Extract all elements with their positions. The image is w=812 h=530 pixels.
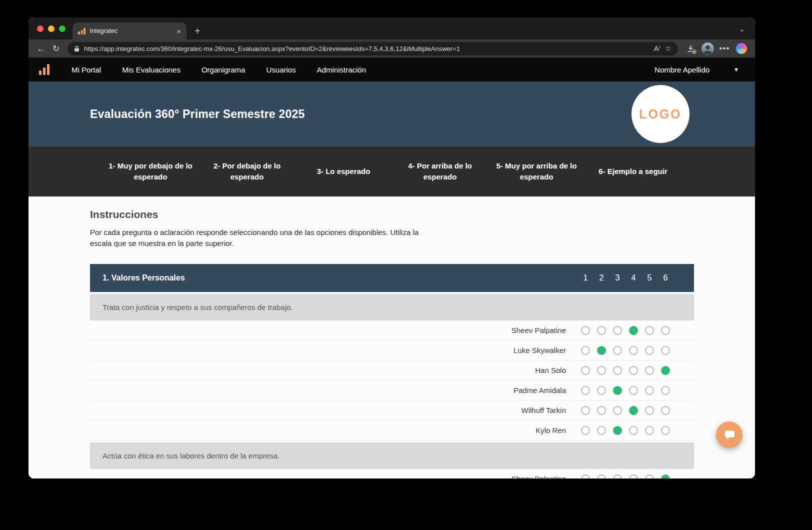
radio-cell xyxy=(658,386,674,395)
radio-sheev-palpatine-3[interactable] xyxy=(613,326,622,335)
app-logo-icon xyxy=(39,64,50,75)
radio-luke-skywalker-6[interactable] xyxy=(661,346,670,355)
radio-cell xyxy=(610,474,626,479)
more-menu-button[interactable]: ••• xyxy=(716,44,733,54)
radio-cell xyxy=(642,386,658,395)
radio-kylo-ren-6[interactable] xyxy=(661,426,670,435)
instructions-title: Instrucciones xyxy=(90,208,694,220)
copilot-button[interactable] xyxy=(733,43,750,54)
radio-luke-skywalker-2[interactable] xyxy=(597,346,606,355)
radio-padme-amidala-3[interactable] xyxy=(613,386,622,395)
radio-han-solo-3[interactable] xyxy=(613,366,622,375)
radio-sheev-palpatine-2[interactable] xyxy=(597,474,606,479)
radio-sheev-palpatine-4[interactable] xyxy=(629,474,638,479)
read-aloud-icon[interactable]: A⁾ xyxy=(654,45,660,52)
browser-toolbar: ← ↻ https://app.integratec.com/360/integ… xyxy=(28,40,755,58)
radio-sheev-palpatine-6[interactable] xyxy=(661,474,670,479)
radio-sheev-palpatine-6[interactable] xyxy=(661,326,670,335)
radio-sheev-palpatine-5[interactable] xyxy=(645,474,654,479)
tab-list-chevron-icon[interactable]: ⌄ xyxy=(738,25,745,32)
radio-han-solo-5[interactable] xyxy=(645,366,654,375)
new-tab-button[interactable]: + xyxy=(194,26,200,36)
radio-padme-amidala-4[interactable] xyxy=(629,386,638,395)
browser-tab[interactable]: Integratec × xyxy=(72,22,186,40)
minimize-window-button[interactable] xyxy=(48,26,54,32)
answer-row: Sheev Palpatine xyxy=(90,320,694,340)
radio-cell xyxy=(610,426,626,435)
radio-cell xyxy=(594,474,610,479)
downloads-button[interactable] xyxy=(682,44,699,53)
radio-sheev-palpatine-2[interactable] xyxy=(597,326,606,335)
reviewee-name: Kylo Ren xyxy=(102,426,578,434)
radio-han-solo-4[interactable] xyxy=(629,366,638,375)
nav-item-mi-portal[interactable]: Mi Portal xyxy=(72,66,101,74)
radio-padme-amidala-5[interactable] xyxy=(645,386,654,395)
radio-luke-skywalker-4[interactable] xyxy=(629,346,638,355)
radio-luke-skywalker-5[interactable] xyxy=(645,346,654,355)
radio-cell xyxy=(594,386,610,395)
chat-fab-button[interactable] xyxy=(716,422,742,448)
radio-sheev-palpatine-5[interactable] xyxy=(645,326,654,335)
radio-wilhuff-tarkin-5[interactable] xyxy=(645,406,654,415)
nav-item-organigrama[interactable]: Organigrama xyxy=(202,66,246,74)
radio-luke-skywalker-1[interactable] xyxy=(581,346,590,355)
radio-group xyxy=(578,386,674,395)
radio-padme-amidala-2[interactable] xyxy=(597,386,606,395)
answer-row: Luke Skywalker xyxy=(90,340,694,360)
zoom-window-button[interactable] xyxy=(59,26,66,32)
url-text[interactable]: https://app.integratec.com/360/integrate… xyxy=(84,45,650,52)
reviewee-name: Sheev Palpatine xyxy=(102,474,578,478)
radio-kylo-ren-2[interactable] xyxy=(597,426,606,435)
question-bar: Trata con justicia y respeto a sus compa… xyxy=(90,294,694,320)
favorite-star-icon[interactable]: ☆ xyxy=(665,45,672,52)
radio-wilhuff-tarkin-4[interactable] xyxy=(629,406,638,415)
radio-luke-skywalker-3[interactable] xyxy=(613,346,622,355)
radio-cell xyxy=(658,366,674,375)
person-icon xyxy=(702,42,714,55)
radio-sheev-palpatine-3[interactable] xyxy=(613,474,622,479)
scale-legend-item: 4- Por arriba de lo esperado xyxy=(392,160,488,182)
radio-wilhuff-tarkin-3[interactable] xyxy=(613,406,622,415)
questions-list: Trata con justicia y respeto a sus compa… xyxy=(90,294,694,478)
refresh-button[interactable]: ↻ xyxy=(48,44,64,53)
close-window-button[interactable] xyxy=(37,26,44,32)
radio-sheev-palpatine-4[interactable] xyxy=(629,326,638,335)
radio-cell xyxy=(642,326,658,335)
radio-cell xyxy=(578,326,594,335)
radio-han-solo-2[interactable] xyxy=(597,366,606,375)
radio-padme-amidala-6[interactable] xyxy=(661,386,670,395)
nav-item-mis-evaluaciones[interactable]: Mis Evaluaciones xyxy=(122,66,180,74)
profile-button[interactable] xyxy=(699,42,716,55)
radio-kylo-ren-3[interactable] xyxy=(613,426,622,435)
question-text: Actúa con ética en sus labores dentro de… xyxy=(102,452,280,460)
scale-legend-item: 5- Muy por arriba de lo esperado xyxy=(488,160,585,182)
app-nav-bar: Mi PortalMis EvaluacionesOrganigramaUsua… xyxy=(28,58,755,82)
radio-sheev-palpatine-1[interactable] xyxy=(581,326,590,335)
radio-cell xyxy=(594,426,610,435)
radio-wilhuff-tarkin-1[interactable] xyxy=(581,406,590,415)
scale-column-number: 6 xyxy=(658,274,674,282)
radio-wilhuff-tarkin-2[interactable] xyxy=(597,406,606,415)
url-bar[interactable]: https://app.integratec.com/360/integrate… xyxy=(68,42,678,56)
tab-close-icon[interactable]: × xyxy=(176,28,181,35)
radio-kylo-ren-1[interactable] xyxy=(581,426,590,435)
radio-sheev-palpatine-1[interactable] xyxy=(581,474,590,479)
section-header: 1. Valores Personales 123456 xyxy=(90,264,694,292)
reviewee-name: Luke Skywalker xyxy=(102,346,578,354)
radio-kylo-ren-5[interactable] xyxy=(645,426,654,435)
back-button[interactable]: ← xyxy=(34,44,48,53)
chat-bubble-icon xyxy=(724,429,736,441)
radio-group xyxy=(578,426,674,435)
user-menu[interactable]: Nombre Apellido ▼ xyxy=(654,66,739,74)
radio-han-solo-6[interactable] xyxy=(661,366,670,375)
user-name: Nombre Apellido xyxy=(654,66,710,74)
nav-item-usuarios[interactable]: Usuarios xyxy=(266,66,296,74)
scale-columns: 123456 xyxy=(578,274,674,282)
radio-han-solo-1[interactable] xyxy=(581,366,590,375)
radio-wilhuff-tarkin-6[interactable] xyxy=(661,406,670,415)
instructions-body: Por cada pregunta o aclaración responde … xyxy=(90,227,438,249)
nav-item-administracio-n[interactable]: Administración xyxy=(317,66,366,74)
radio-padme-amidala-1[interactable] xyxy=(581,386,590,395)
radio-kylo-ren-4[interactable] xyxy=(629,426,638,435)
radio-cell xyxy=(594,346,610,355)
